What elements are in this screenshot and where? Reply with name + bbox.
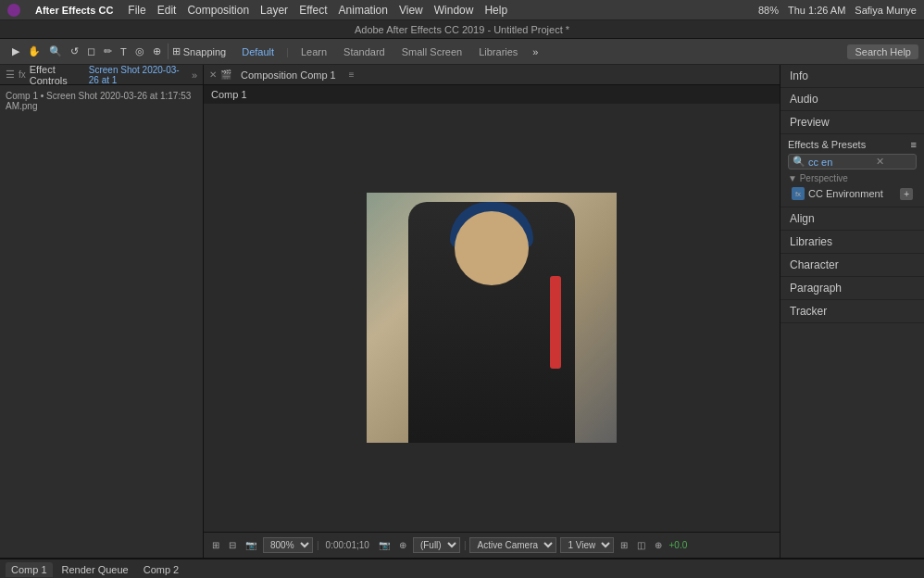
info-panel-item[interactable]: Info [780,65,924,88]
zoom-tool[interactable]: 🔍 [46,44,65,59]
panel-icon: fx [19,69,26,80]
tl-comp2-tab[interactable]: Comp 2 [138,562,185,577]
menu-view[interactable]: View [399,4,423,17]
ep-section-name: Perspective [800,173,848,183]
menu-help[interactable]: Help [484,4,507,17]
photo-background [367,193,617,443]
menu-edit[interactable]: Edit [157,4,177,17]
timeline-tabs: Comp 1 Render Queue Comp 2 [0,559,924,578]
ep-clear-btn[interactable]: ✕ [876,156,884,168]
snapping-toggle[interactable]: ⊞ Snapping [172,45,227,57]
ep-search-box[interactable]: 🔍 ✕ [788,154,917,170]
camera-select[interactable]: Active Camera [469,537,556,553]
menu-composition[interactable]: Composition [187,4,249,17]
select-tool[interactable]: ▶ [9,44,22,59]
menu-file[interactable]: File [128,4,145,17]
snapping-label: Snapping [183,46,227,57]
viewer-monitor-btn[interactable]: ⊞ [209,539,222,551]
ep-item-icon: fx [792,187,805,200]
left-panel: ☰ fx Effect Controls Screen Shot 2020-03… [0,65,204,558]
photo-stripe [550,276,561,369]
panel-expand-btn[interactable]: » [192,69,197,81]
comp-name-label: Comp 1 [204,85,780,104]
brush-tool[interactable]: ◎ [132,44,147,59]
workspace-libraries[interactable]: Libraries [474,44,522,59]
search-help-button[interactable]: Search Help [847,44,918,59]
workspace-standard[interactable]: Standard [339,44,390,59]
audio-panel-item[interactable]: Audio [780,88,924,111]
tools-group: ▶ ✋ 🔍 ↺ ◻ ✏ T ◎ ⊕ [6,44,169,59]
menu-time: Thu 1:26 AM [788,5,845,16]
effect-controls-file: Screen Shot 2020-03-26 at 1 [89,65,188,85]
rulers-btn[interactable]: ◫ [634,539,648,551]
viewer-resolution-btn[interactable]: ⊟ [226,539,239,551]
comp-tab-main[interactable]: Composition Comp 1 [235,68,342,82]
align-panel-item[interactable]: Align [780,207,924,231]
timecode-field[interactable]: 0:00:01;10 [323,539,372,551]
quality-select[interactable]: (Full) [413,537,460,553]
preview-image [367,193,617,443]
comp-tab-menu[interactable]: ≡ [349,69,355,80]
ep-label: Effects & Presets [788,139,866,150]
center-panel: ✕ 🎬 Composition Comp 1 ≡ Comp 1 ⊞ [204,65,780,558]
puppet-tool[interactable]: ⊕ [150,44,164,59]
hand-tool[interactable]: ✋ [25,44,44,59]
paragraph-panel-item[interactable]: Paragraph [780,277,924,300]
shape-tool[interactable]: ◻ [84,44,98,59]
main-area: ☰ fx Effect Controls Screen Shot 2020-03… [0,65,924,558]
text-tool[interactable]: T [118,44,130,59]
toolbar: ▶ ✋ 🔍 ↺ ◻ ✏ T ◎ ⊕ ⊞ Snapping Default | L… [0,39,924,65]
panel-menu-btn[interactable]: ☰ [6,69,15,81]
photo-person [408,202,575,443]
app-logo [7,4,20,17]
tracker-panel-item[interactable]: Tracker [780,300,924,323]
workspace-small-screen[interactable]: Small Screen [397,44,467,59]
left-panel-content: Comp 1 • Screen Shot 2020-03-26 at 1:17:… [0,85,203,558]
effect-controls-label: Effect Controls [30,64,85,86]
viewer-camera-btn[interactable]: 📷 [243,539,259,551]
view-select[interactable]: 1 View [560,537,614,553]
workspace-switcher: Default | Learn Standard Small Screen Li… [237,44,541,59]
grid-btn[interactable]: ⊞ [618,539,631,551]
tl-render-queue-tab[interactable]: Render Queue [56,562,134,577]
ep-add-btn[interactable]: + [900,188,913,200]
comp-tab-name: Composition Comp 1 [241,69,336,81]
menu-window[interactable]: Window [434,4,474,17]
ep-item-name: CC Environment [808,188,883,199]
menu-user: Safiya Munye [855,5,917,16]
right-panel: Info Audio Preview Effects & Presets ≡ 🔍… [780,65,924,558]
breadcrumb: Comp 1 • Screen Shot 2020-03-26 at 1:17:… [6,91,197,111]
show-channel-btn[interactable]: ⊕ [396,539,409,551]
workspace-learn[interactable]: Learn [296,44,331,59]
preview-panel-item[interactable]: Preview [780,111,924,134]
workspace-more[interactable]: » [530,44,541,59]
tl-comp1-tab[interactable]: Comp 1 [6,562,53,577]
snap-btn[interactable]: ⊕ [652,539,665,551]
timecode-value: 0:00:01;10 [326,540,369,550]
libraries-panel-item[interactable]: Libraries [780,231,924,254]
ep-menu[interactable]: ≡ [911,139,917,150]
menu-battery: 88% [758,5,779,16]
ep-search-input[interactable] [808,157,873,168]
ep-header: Effects & Presets ≡ [788,139,917,150]
snapshot-btn[interactable]: 📷 [376,539,393,551]
comp-tab-close[interactable]: ✕ [209,69,217,80]
zoom-select[interactable]: 800% [263,537,313,553]
menu-layer[interactable]: Layer [260,4,288,17]
ep-item-cc-environment[interactable]: fx CC Environment + [788,185,917,202]
workspace-default[interactable]: Default [237,44,279,59]
menu-effect[interactable]: Effect [299,4,327,17]
rotate-tool[interactable]: ↺ [68,44,81,59]
character-panel-item[interactable]: Character [780,254,924,277]
viewer-controls: ⊞ ⊟ 📷 800% | 0:00:01;10 📷 ⊕ (Full) | Act… [204,532,780,558]
snapping-icon: ⊞ [172,45,181,57]
effects-presets-panel: Effects & Presets ≡ 🔍 ✕ ▼ Perspective fx… [780,134,924,207]
ep-section-triangle[interactable]: ▼ [788,173,797,183]
timeline-section: Comp 1 Render Queue Comp 2 0:00;01;10 30… [0,558,924,578]
pen-tool[interactable]: ✏ [101,44,115,59]
search-icon: 🔍 [793,156,805,168]
title-bar: Adobe After Effects CC 2019 - Untitled P… [0,20,924,39]
comp-tab-icon-film: 🎬 [220,69,231,80]
menu-animation[interactable]: Animation [339,4,388,17]
app-title: Adobe After Effects CC 2019 - Untitled P… [355,24,569,35]
